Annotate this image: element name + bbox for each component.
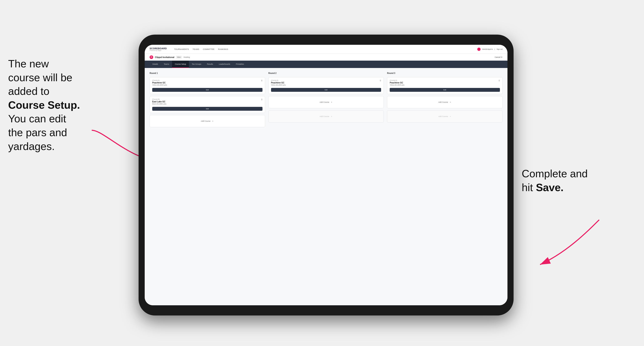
course-label-r1-b: (Course B)	[152, 98, 262, 100]
powered-by: Powered by clippd	[150, 50, 167, 51]
delete-icon-r1-a[interactable]: 🗑	[260, 79, 263, 82]
tournament-type: Men	[176, 56, 182, 59]
nav-links: TOURNAMENTS TEAMS COMMITTEE RANKINGS	[174, 48, 228, 50]
delete-icon-r2-a[interactable]: 🗑	[379, 79, 382, 82]
hosting-badge: Hosting	[184, 56, 190, 58]
nav-left: SCOREBOARD Powered by clippd TOURNAMENTS…	[150, 47, 228, 51]
nav-rankings[interactable]: RANKINGS	[218, 48, 228, 50]
add-course-r1[interactable]: Add Course ＋	[150, 115, 265, 127]
course-tee-r1-a: Yellow (M) (6629 yds)	[152, 84, 262, 86]
user-avatar	[477, 48, 480, 51]
add-course-r2-2: Add Course ＋	[268, 110, 384, 123]
tab-teams[interactable]: Teams	[161, 61, 172, 68]
tab-tee-groups[interactable]: Tee Groups	[189, 61, 204, 68]
round-2-title: Round 2	[268, 72, 384, 74]
course-card-r3-a: 🗑 (Course A) Peachtree GC Yellow (M) (66…	[387, 77, 502, 94]
edit-btn-r1-b[interactable]: Edit	[152, 107, 262, 111]
tab-leaderboards[interactable]: Leaderboards	[216, 61, 233, 68]
rounds-grid: Round 1 🗑 (Course A) Peachtree GC Yellow…	[150, 72, 502, 127]
add-course-label-r2-2: Add Course ＋	[320, 115, 332, 118]
add-course-label-r2-1: Add Course ＋	[320, 101, 332, 104]
nav-teams[interactable]: TEAMS	[192, 48, 199, 50]
add-course-label-r3-1: Add Course ＋	[438, 101, 452, 104]
course-label-r3-a: (Course A)	[390, 79, 500, 81]
edit-btn-r3-a[interactable]: Edit	[390, 88, 500, 92]
course-name-r3-a: Peachtree GC	[390, 82, 500, 84]
course-card-r2-a: 🗑 (Course A) Peachtree GC Yellow (M) (66…	[268, 77, 384, 94]
course-label-r1-a: (Course A)	[152, 79, 262, 81]
edit-btn-r1-a[interactable]: Edit	[152, 88, 262, 92]
user-email: blair@clippd.io	[482, 48, 493, 50]
sign-out-link[interactable]: Sign out	[497, 48, 502, 50]
tab-printables[interactable]: Printables	[233, 61, 247, 68]
logo-title: SCOREBOARD	[150, 47, 167, 50]
course-tee-r3-a: Yellow (M) (6629 yds)	[390, 84, 500, 86]
tab-course-setup[interactable]: Course Setup	[172, 61, 189, 68]
course-name-r2-a: Peachtree GC	[271, 82, 381, 84]
right-arrow	[534, 216, 603, 269]
clippd-icon: C	[150, 55, 153, 59]
right-annotation: Complete and hit Save.	[522, 167, 603, 194]
round-3-column: Round 3 🗑 (Course A) Peachtree GC Yellow…	[387, 72, 502, 127]
round-1-title: Round 1	[150, 72, 265, 74]
round-1-column: Round 1 🗑 (Course A) Peachtree GC Yellow…	[150, 72, 265, 127]
tournament-info: C Clippd Invitational Men Hosting	[150, 55, 190, 59]
add-course-label-r1: Add Course ＋	[201, 120, 214, 123]
delete-icon-r1-b[interactable]: 🗑	[260, 98, 263, 101]
course-card-r1-b: 🗑 (Course B) East Lake GC Black (M) (689…	[150, 96, 265, 113]
tab-details[interactable]: Details	[150, 61, 161, 68]
course-tee-r1-b: Black (M) (6891 yds)	[152, 103, 262, 105]
tablet-frame: SCOREBOARD Powered by clippd TOURNAMENTS…	[138, 35, 514, 316]
nav-tournaments[interactable]: TOURNAMENTS	[174, 48, 189, 50]
tab-results[interactable]: Results	[204, 61, 216, 68]
course-card-r1-a: 🗑 (Course A) Peachtree GC Yellow (M) (66…	[150, 77, 265, 94]
scoreboard-logo: SCOREBOARD Powered by clippd	[150, 47, 167, 51]
sub-header: C Clippd Invitational Men Hosting Cancel…	[145, 54, 508, 61]
tablet-screen: SCOREBOARD Powered by clippd TOURNAMENTS…	[145, 45, 508, 305]
add-course-label-r3-2: Add Course ＋	[438, 115, 452, 118]
round-2-column: Round 2 🗑 (Course A) Peachtree GC Yellow…	[268, 72, 384, 127]
cancel-button[interactable]: Cancel ✕	[494, 56, 502, 58]
top-nav: SCOREBOARD Powered by clippd TOURNAMENTS…	[145, 45, 508, 54]
course-label-r2-a: (Course A)	[271, 79, 381, 81]
add-course-r3-2: Add Course ＋	[387, 110, 502, 123]
course-name-r1-a: Peachtree GC	[152, 82, 262, 84]
edit-btn-r2-a[interactable]: Edit	[271, 88, 381, 92]
course-tee-r2-a: Yellow (M) (6629 yds)	[271, 84, 381, 86]
nav-right: blair@clippd.io | Sign out	[477, 48, 502, 51]
course-name-r1-b: East Lake GC	[152, 101, 262, 103]
add-course-r2-1[interactable]: Add Course ＋	[268, 96, 384, 108]
add-course-r3-1[interactable]: Add Course ＋	[387, 96, 502, 108]
round-3-title: Round 3	[387, 72, 502, 74]
nav-committee[interactable]: COMMITTEE	[203, 48, 214, 50]
main-content: Round 1 🗑 (Course A) Peachtree GC Yellow…	[145, 68, 508, 305]
delete-icon-r3-a[interactable]: 🗑	[498, 79, 501, 82]
tab-bar: Details Teams Course Setup Tee Groups Re…	[145, 61, 508, 68]
tournament-name: Clippd Invitational	[155, 56, 174, 58]
